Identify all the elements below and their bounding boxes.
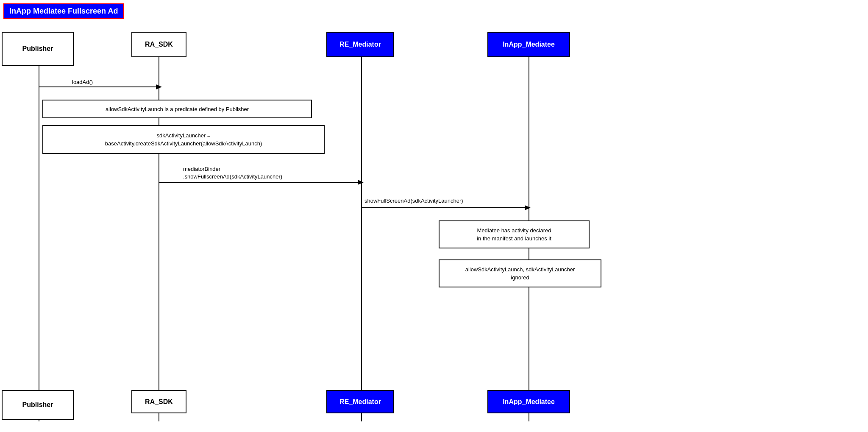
- svg-marker-7: [358, 180, 364, 185]
- publisher-bottom: Publisher: [2, 390, 74, 420]
- svg-marker-5: [156, 84, 162, 89]
- publisher-top: Publisher: [2, 32, 74, 66]
- note-allow-sdk-text: allowSdkActivityLaunch is a predicate de…: [106, 106, 249, 112]
- note-mediatee-ignored-text: allowSdkActivityLaunch, sdkActivityLaunc…: [465, 265, 575, 282]
- arrows-svg: [0, 0, 868, 432]
- ra-sdk-top: RA_SDK: [131, 32, 186, 57]
- re-mediator-bottom: RE_Mediator: [326, 390, 394, 413]
- inapp-mediatee-top: InApp_Mediatee: [487, 32, 570, 57]
- ra-sdk-bottom: RA_SDK: [131, 390, 186, 413]
- svg-marker-9: [525, 205, 531, 210]
- mediator-binder-text: mediatorBinder.showFullscreenAd(sdkActiv…: [183, 166, 282, 180]
- diagram-container: InApp Mediatee Fullscreen Ad Publisher R…: [0, 0, 868, 432]
- note-mediatee-activity-text: Mediatee has activity declaredin the man…: [477, 226, 551, 243]
- msg-load-ad-label: loadAd(): [72, 79, 93, 85]
- diagram-title: InApp Mediatee Fullscreen Ad: [3, 3, 124, 19]
- msg-mediator-binder-label: mediatorBinder.showFullscreenAd(sdkActiv…: [183, 165, 282, 181]
- note-mediatee-activity: Mediatee has activity declaredin the man…: [439, 220, 590, 248]
- note-allow-sdk: allowSdkActivityLaunch is a predicate de…: [42, 100, 312, 118]
- re-mediator-top: RE_Mediator: [326, 32, 394, 57]
- note-sdk-activity-launcher: sdkActivityLauncher =baseActivity.create…: [42, 125, 325, 154]
- inapp-mediatee-bottom: InApp_Mediatee: [487, 390, 570, 413]
- note-sdk-launcher-text: sdkActivityLauncher =baseActivity.create…: [105, 131, 262, 148]
- msg-show-fullscreen-label: showFullScreenAd(sdkActivityLauncher): [364, 198, 463, 204]
- note-mediatee-ignored: allowSdkActivityLaunch, sdkActivityLaunc…: [439, 259, 601, 287]
